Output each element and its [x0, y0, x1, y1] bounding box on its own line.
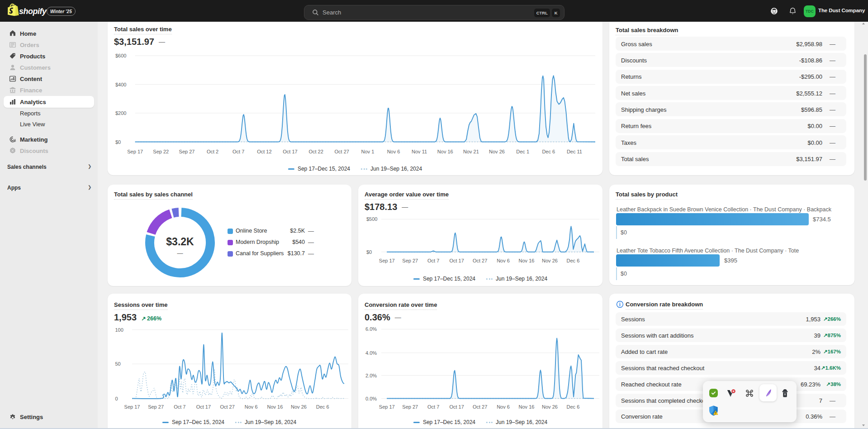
- svg-text:Oct 22: Oct 22: [308, 149, 323, 154]
- svg-text:Sep 27: Sep 27: [148, 404, 164, 410]
- svg-text:Dec 6: Dec 6: [567, 258, 580, 263]
- svg-text:$400: $400: [115, 82, 126, 87]
- svg-text:Sep 27: Sep 27: [179, 149, 195, 154]
- svg-text:Dec 6: Dec 6: [316, 404, 329, 410]
- svg-text:Oct 17: Oct 17: [283, 149, 297, 154]
- svg-text:—: —: [177, 250, 183, 257]
- svg-text:Oct 7: Oct 7: [174, 404, 185, 410]
- svg-text:$0: $0: [366, 249, 372, 255]
- svg-text:Nov 26: Nov 26: [489, 149, 505, 154]
- svg-text:Oct 7: Oct 7: [427, 258, 439, 263]
- svg-text:Dec 1: Dec 1: [516, 149, 529, 154]
- svg-text:6.0%: 6.0%: [365, 326, 377, 332]
- svg-text:Sep 22: Sep 22: [153, 149, 169, 154]
- svg-text:Oct 17: Oct 17: [449, 404, 464, 410]
- svg-text:Sep 17: Sep 17: [124, 404, 140, 410]
- svg-text:0.0%: 0.0%: [365, 396, 377, 401]
- svg-text:100: 100: [115, 327, 123, 333]
- svg-text:Nov 6: Nov 6: [387, 149, 400, 154]
- svg-text:Oct 27: Oct 27: [473, 404, 487, 410]
- svg-text:$600: $600: [115, 53, 126, 58]
- svg-text:Oct 7: Oct 7: [427, 404, 439, 410]
- svg-text:Oct 27: Oct 27: [473, 258, 487, 263]
- svg-text:50: 50: [115, 361, 121, 367]
- svg-text:Sep 27: Sep 27: [402, 404, 418, 410]
- svg-text:Oct 17: Oct 17: [449, 258, 464, 263]
- svg-text:Oct 27: Oct 27: [220, 404, 234, 410]
- svg-text:Dec 6: Dec 6: [542, 149, 555, 154]
- svg-text:4.0%: 4.0%: [365, 350, 377, 356]
- svg-text:Sep 17: Sep 17: [127, 149, 143, 154]
- svg-text:Oct 7: Oct 7: [232, 149, 244, 154]
- svg-text:Dec 11: Dec 11: [567, 149, 582, 154]
- svg-text:Nov 16: Nov 16: [519, 404, 535, 410]
- svg-text:$200: $200: [115, 110, 126, 116]
- svg-text:2.0%: 2.0%: [365, 373, 377, 378]
- svg-text:Nov 26: Nov 26: [291, 404, 307, 410]
- svg-text:Nov 11: Nov 11: [412, 149, 427, 154]
- svg-text:Nov 16: Nov 16: [267, 404, 283, 410]
- svg-text:Nov 6: Nov 6: [497, 258, 510, 263]
- svg-text:Nov 26: Nov 26: [542, 404, 558, 410]
- svg-text:Oct 12: Oct 12: [257, 149, 271, 154]
- svg-text:shopify: shopify: [19, 7, 47, 16]
- svg-text:Oct 27: Oct 27: [334, 149, 349, 154]
- svg-text:0: 0: [115, 396, 118, 401]
- svg-text:Sep 27: Sep 27: [402, 258, 418, 263]
- svg-text:Dec 6: Dec 6: [567, 404, 580, 410]
- svg-text:Nov 16: Nov 16: [519, 258, 535, 263]
- svg-text:$3.2K: $3.2K: [166, 236, 194, 248]
- svg-text:Nov 6: Nov 6: [497, 404, 510, 410]
- svg-text:Oct 2: Oct 2: [207, 149, 218, 154]
- svg-text:Nov 21: Nov 21: [463, 149, 479, 154]
- svg-text:$0: $0: [115, 139, 121, 145]
- svg-text:Nov 1: Nov 1: [361, 149, 375, 154]
- svg-text:Sep 17: Sep 17: [379, 404, 395, 410]
- svg-text:$500: $500: [366, 216, 377, 222]
- svg-text:Nov 16: Nov 16: [437, 149, 453, 154]
- svg-text:Nov 26: Nov 26: [542, 258, 558, 263]
- svg-text:Oct 17: Oct 17: [196, 404, 211, 410]
- svg-text:Nov 6: Nov 6: [245, 404, 258, 410]
- svg-text:Sep 17: Sep 17: [379, 258, 395, 263]
